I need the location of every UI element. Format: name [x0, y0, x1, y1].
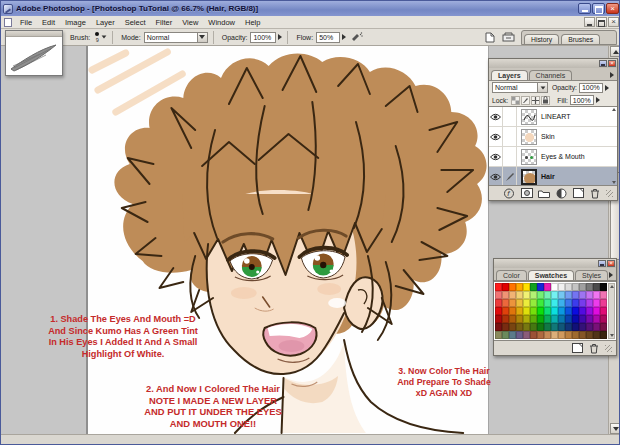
swatch-cell[interactable]: [530, 291, 537, 299]
tab-history[interactable]: History: [524, 34, 559, 44]
layer-thumbnail[interactable]: [521, 129, 537, 145]
swatch-cell[interactable]: [572, 323, 579, 331]
resize-grip[interactable]: [606, 190, 613, 197]
swatch-cell[interactable]: [558, 291, 565, 299]
swatch-cell[interactable]: [572, 299, 579, 307]
doc-restore-button[interactable]: [596, 17, 607, 27]
layer-row-eyes-mouth[interactable]: Eyes & Mouth: [489, 147, 617, 167]
swatch-cell[interactable]: [593, 307, 600, 315]
menu-help[interactable]: Help: [240, 18, 265, 27]
swatch-cell[interactable]: [495, 291, 502, 299]
swatch-cell[interactable]: [509, 323, 516, 331]
swatch-cell[interactable]: [495, 283, 502, 291]
opacity-input[interactable]: 100%: [250, 32, 276, 43]
swatch-cell[interactable]: [502, 307, 509, 315]
swatch-cell[interactable]: [551, 323, 558, 331]
swatch-cell[interactable]: [579, 323, 586, 331]
swatch-cell[interactable]: [600, 283, 607, 291]
swatch-cell[interactable]: [537, 291, 544, 299]
swatch-cell[interactable]: [537, 315, 544, 323]
menu-layer[interactable]: Layer: [91, 18, 120, 27]
brush-preset-picker[interactable]: 9: [95, 32, 99, 42]
swatch-cell[interactable]: [600, 291, 607, 299]
visibility-eye-icon[interactable]: [489, 127, 503, 147]
swatch-cell[interactable]: [579, 331, 586, 339]
visibility-eye-icon[interactable]: [489, 107, 503, 127]
swatch-cell[interactable]: [551, 307, 558, 315]
swatch-cell[interactable]: [502, 291, 509, 299]
swatch-cell[interactable]: [565, 323, 572, 331]
layer-thumbnail[interactable]: [521, 169, 537, 185]
swatch-cell[interactable]: [544, 331, 551, 339]
delete-layer-button[interactable]: [588, 187, 602, 199]
swatch-cell[interactable]: [509, 315, 516, 323]
doc-close-button[interactable]: ×: [608, 17, 619, 27]
swatch-cell[interactable]: [509, 307, 516, 315]
chevron-down-icon[interactable]: [198, 32, 208, 43]
swatch-cell[interactable]: [509, 299, 516, 307]
file-browser-icon[interactable]: [483, 31, 497, 43]
swatch-cell[interactable]: [593, 323, 600, 331]
swatch-cell[interactable]: [579, 315, 586, 323]
scroll-down-icon[interactable]: [610, 334, 614, 337]
scroll-up-button[interactable]: [610, 46, 620, 57]
swatch-cell[interactable]: [516, 299, 523, 307]
swatch-cell[interactable]: [516, 283, 523, 291]
swatch-cell[interactable]: [565, 299, 572, 307]
menu-filter[interactable]: Filter: [151, 18, 178, 27]
swatch-cell[interactable]: [558, 307, 565, 315]
swatch-cell[interactable]: [551, 315, 558, 323]
swatch-cell[interactable]: [502, 331, 509, 339]
swatch-cell[interactable]: [572, 283, 579, 291]
swatch-cell[interactable]: [579, 291, 586, 299]
swatch-cell[interactable]: [509, 283, 516, 291]
swatch-cell[interactable]: [537, 299, 544, 307]
swatch-cell[interactable]: [523, 331, 530, 339]
swatch-cell[interactable]: [516, 323, 523, 331]
swatch-cell[interactable]: [600, 315, 607, 323]
palette-minimize-button[interactable]: [599, 60, 607, 67]
swatch-cell[interactable]: [572, 331, 579, 339]
list-scroll-up-icon[interactable]: [612, 108, 616, 111]
menu-view[interactable]: View: [177, 18, 203, 27]
swatch-cell[interactable]: [544, 315, 551, 323]
mode-select[interactable]: Normal: [144, 32, 208, 43]
swatch-cell[interactable]: [586, 283, 593, 291]
flow-input[interactable]: 50%: [316, 32, 340, 43]
swatch-cell[interactable]: [509, 331, 516, 339]
swatch-cell[interactable]: [523, 283, 530, 291]
swatch-cell[interactable]: [523, 307, 530, 315]
swatch-cell[interactable]: [495, 323, 502, 331]
layer-thumbnail[interactable]: [521, 149, 537, 165]
swatch-cell[interactable]: [502, 283, 509, 291]
palette-title-bar[interactable]: ×: [489, 59, 617, 68]
lock-transparency-icon[interactable]: [511, 96, 520, 105]
tab-brushes[interactable]: Brushes: [561, 34, 600, 44]
swatch-cell[interactable]: [558, 283, 565, 291]
menu-window[interactable]: Window: [203, 18, 240, 27]
swatch-cell[interactable]: [586, 299, 593, 307]
swatch-cell[interactable]: [586, 323, 593, 331]
swatch-cell[interactable]: [551, 291, 558, 299]
lock-pixels-icon[interactable]: [521, 96, 530, 105]
swatch-cell[interactable]: [544, 323, 551, 331]
swatch-cell[interactable]: [558, 331, 565, 339]
swatch-cell[interactable]: [579, 307, 586, 315]
swatch-cell[interactable]: [579, 299, 586, 307]
scroll-down-button[interactable]: [610, 423, 620, 434]
layer-row-hair[interactable]: Hair: [489, 167, 617, 186]
fill-input[interactable]: 100%: [570, 95, 594, 105]
swatch-cell[interactable]: [600, 331, 607, 339]
adjustment-layer-button[interactable]: [554, 187, 568, 199]
swatch-cell[interactable]: [530, 283, 537, 291]
list-scroll-down-icon[interactable]: [612, 181, 616, 184]
swatch-cell[interactable]: [565, 307, 572, 315]
swatch-cell[interactable]: [600, 299, 607, 307]
palette-close-button[interactable]: ×: [608, 60, 616, 67]
palette-close-button[interactable]: ×: [607, 260, 615, 267]
layer-opacity-input[interactable]: 100%: [579, 83, 603, 93]
swatch-cell[interactable]: [586, 291, 593, 299]
brush-preview-popup[interactable]: [5, 30, 63, 76]
menu-image[interactable]: Image: [60, 18, 91, 27]
menu-file[interactable]: File: [15, 18, 37, 27]
